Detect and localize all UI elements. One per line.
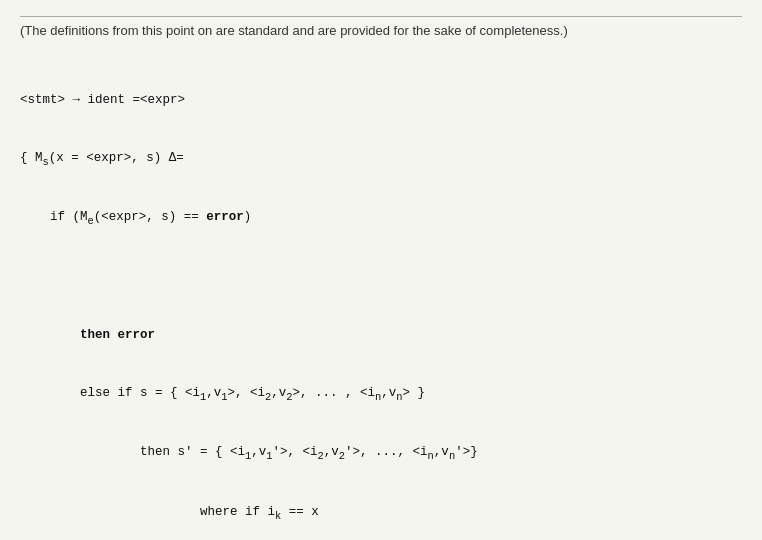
line-then-s: then s' = { <i1,v1'>, <i2,v2'>, ..., <in… bbox=[20, 443, 742, 464]
code-content: <stmt> → ident =<expr> { Ms(x = <expr>, … bbox=[20, 52, 742, 540]
line-where: where if ik == x bbox=[20, 503, 742, 524]
line-then-error: then error bbox=[20, 326, 742, 345]
line-else-if: else if s = { <i1,v1>, <i2,v2>, ... , <i… bbox=[20, 384, 742, 405]
line-if: if (Me(<expr>, s) == error) bbox=[20, 208, 742, 229]
intro-note: (The definitions from this point on are … bbox=[20, 16, 742, 38]
line-stmt: <stmt> → ident =<expr> bbox=[20, 91, 742, 110]
line-ms: { Ms(x = <expr>, s) Δ= bbox=[20, 149, 742, 170]
line-blank1 bbox=[20, 268, 742, 287]
